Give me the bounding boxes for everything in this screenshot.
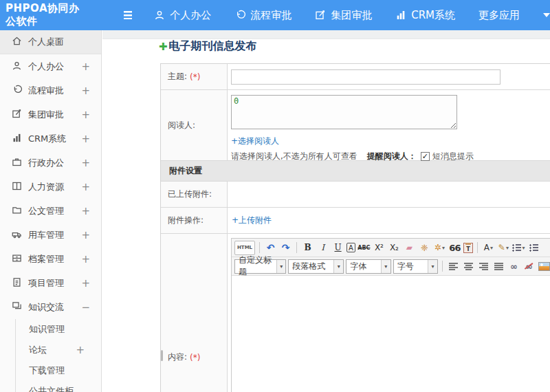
insert-link-icon[interactable]: ∞ [507,259,520,274]
font-family-dropdown[interactable]: 字体 ▾ [346,259,390,274]
highlight-pen-icon[interactable]: ✎▾ [497,241,510,255]
bold-button[interactable]: B [301,241,314,255]
person-icon [154,10,165,21]
paragraph-format-dropdown[interactable]: 段落格式 ▾ [288,259,344,274]
heading-style-dropdown[interactable]: 自定义标题 ▾ [234,259,286,274]
redo-icon[interactable]: ↷ [279,241,292,255]
unordered-list-icon[interactable] [527,241,540,255]
collapse-minus-icon[interactable]: − [81,301,90,314]
nav-more-apps[interactable]: 更多应用 [478,9,520,22]
nav-personal-office[interactable]: 个人办公 [154,9,211,22]
sidebar-item-vehicle-management[interactable]: 用车管理 + [0,223,101,247]
dropdown-caret-icon[interactable] [543,13,550,17]
sidebar-item-knowledge-exchange[interactable]: 知识交流 − [0,295,101,319]
sidebar-subitem-public-file-cabinet[interactable]: 公共文件柜 [16,381,101,392]
superscript-button[interactable]: X² [373,241,386,255]
editor-toolbar-row2: 自定义标题 ▾ 段落格式 ▾ 字体 ▾ 字号 ▾ [232,257,550,276]
quick-format-icon[interactable]: ✲▾ [433,241,446,255]
expand-plus-icon[interactable]: + [81,229,90,241]
caret-icon: ▾ [442,245,445,251]
blockquote-button[interactable]: 66 [448,241,461,255]
align-center-icon[interactable] [462,259,475,274]
sidebar-item-crm-system[interactable]: CRM系统 + [0,127,101,151]
caret-icon: ▾ [506,245,509,251]
underline-button[interactable]: U [331,241,344,255]
sidebar-item-document-management[interactable]: 公文管理 + [0,199,101,223]
sidebar-subitem-forum[interactable]: 论坛 + [16,340,101,360]
readers-textarea[interactable]: 0 [231,95,457,129]
content-row: 内容: (*) HTML ↶ ↷ B I U A [161,233,550,392]
format-painter-icon[interactable]: ❈ [418,241,431,255]
content-cell: HTML ↶ ↷ B I U A ABC X² X₂ ▰ ❈ [228,234,550,392]
expand-plus-icon[interactable]: + [81,277,90,290]
strikethrough-button[interactable]: ABC [358,241,371,255]
expand-plus-icon[interactable]: + [81,109,90,121]
expand-plus-icon[interactable]: + [76,344,85,356]
expand-plus-icon[interactable]: + [81,253,90,265]
font-color-button[interactable]: A▾ [482,241,495,255]
sidebar-subitem-download-management[interactable]: 下载管理 [16,360,101,381]
uploaded-attachments-cell [228,182,550,207]
sms-checkbox[interactable]: ✓ [421,152,430,161]
sidebar-item-archive-management[interactable]: 档案管理 + [0,247,101,271]
editor-toolbar-row1: HTML ↶ ↷ B I U A ABC X² X₂ ▰ ❈ [232,239,550,257]
attachment-operation-label: 附件操作: [161,208,228,233]
caret-icon: ▾ [428,260,437,273]
uploaded-attachments-label: 已上传附件: [161,182,228,207]
html-source-button[interactable]: HTML [234,241,255,255]
align-justify-icon[interactable] [492,259,505,274]
toolbar-separator [296,242,297,253]
expand-plus-icon[interactable]: + [81,181,90,193]
nav-crm-system[interactable]: CRM系统 [395,9,455,22]
sidebar-item-personal-desktop[interactable]: 个人桌面 [0,30,101,54]
folder-icon [12,205,22,217]
scrollbar-thumb[interactable] [161,350,163,361]
expand-plus-icon[interactable]: + [81,61,90,73]
font-size-dropdown[interactable]: 字号 ▾ [393,259,438,274]
readers-label: 阅读人: [161,90,228,160]
expand-plus-icon[interactable]: + [81,205,90,217]
page-title: ✚ 电子期刊信息发布 [159,39,257,54]
readers-cell: 0 +选择阅读人 请选择阅读人,不选为所有人可查看 提醒阅读人： ✓ 短消息提示 [228,90,550,160]
sidebar-item-project-management[interactable]: 项目管理 + [0,271,101,295]
toolbar-separator [477,242,478,253]
attachment-operation-row: 附件操作: +上传附件 [161,207,550,233]
caret-icon: ▾ [522,245,525,251]
editor-content-area[interactable] [232,276,550,392]
sidebar-item-human-resources[interactable]: 人力资源 + [0,175,101,199]
sidebar-subitem-knowledge-management[interactable]: 知识管理 [16,319,101,340]
align-left-icon[interactable] [447,259,460,274]
subscript-button[interactable]: X₂ [388,241,401,255]
nav-workflow-approval[interactable]: 流程审批 [234,9,292,22]
expand-plus-icon[interactable]: + [81,85,90,97]
upload-attachment-link[interactable]: +上传附件 [232,215,272,226]
edit-icon [12,109,22,121]
nav-label: 集团审批 [331,9,372,22]
font-style-button[interactable]: A [346,243,355,252]
paste-text-icon[interactable]: T [463,243,473,253]
sidebar-item-group-approval[interactable]: 集团审批 + [0,102,101,127]
briefcase-icon [12,157,22,169]
ordered-list-icon[interactable]: ▾ [512,241,525,255]
sidebar-item-workflow-approval[interactable]: 流程审批 + [0,78,101,102]
remove-link-icon[interactable]: ∞ [522,259,536,274]
subject-input[interactable] [231,69,500,85]
hamburger-menu-icon[interactable] [124,11,132,19]
sidebar-item-personal-office[interactable]: 个人办公 + [0,54,101,78]
subject-label: 主题: (*) [161,64,228,89]
eraser-icon[interactable]: ▰ [403,241,416,255]
nav-group-approval[interactable]: 集团审批 [315,9,372,22]
caret-icon: ▾ [381,260,390,273]
italic-button[interactable]: I [316,241,329,255]
undo-icon[interactable]: ↶ [264,241,277,255]
chart-icon [12,133,22,145]
content-top-strip [102,30,550,39]
content-label: 内容: (*) [161,234,228,392]
sidebar-item-admin-office[interactable]: 行政办公 + [0,151,101,175]
expand-plus-icon[interactable]: + [81,157,90,169]
align-right-icon[interactable] [477,259,490,274]
expand-plus-icon[interactable]: + [81,133,90,145]
app-logo: PHPOA协同办公软件 [0,2,84,28]
insert-image-icon[interactable] [538,259,550,274]
select-readers-link[interactable]: +选择阅读人 [231,135,279,147]
